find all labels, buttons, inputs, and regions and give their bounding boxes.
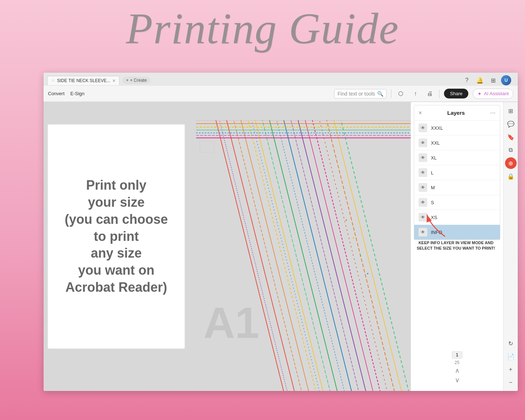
print-icon[interactable]: 🖨: [425, 89, 435, 99]
svg-line-10: [289, 120, 361, 391]
layer-name-xxxl: XXXL: [431, 125, 496, 131]
svg-rect-32: [200, 141, 214, 152]
search-text: Find text or tools: [338, 91, 375, 97]
active-tab[interactable]: ☆ SIDE TIE NECK SLEEVE... ×: [47, 76, 120, 85]
toolbar-right: Find text or tools 🔍 ⬡ ↑ 🖨 Share ✦ AI As…: [334, 89, 513, 99]
layers-close-button[interactable]: ×: [419, 110, 422, 116]
page-down-button[interactable]: ∨: [455, 376, 460, 384]
layer-visibility-icon[interactable]: 👁: [419, 153, 427, 162]
upload-icon[interactable]: ↑: [410, 89, 420, 99]
svg-line-5: [253, 120, 325, 391]
layers-more-button[interactable]: ···: [490, 109, 496, 117]
page-up-button[interactable]: ∧: [455, 367, 460, 375]
plus-icon: +: [126, 78, 129, 83]
page-number[interactable]: 1: [452, 351, 463, 359]
create-label: + Create: [130, 78, 147, 83]
layer-visibility-icon[interactable]: 👁: [419, 183, 427, 192]
instruction-text-box: Print only your size (you can choose to …: [47, 124, 185, 349]
svg-line-9: [282, 120, 354, 391]
new-tab-button[interactable]: + + Create: [122, 77, 150, 84]
instruction-line4: to print: [94, 229, 139, 244]
sidebar-lock-icon[interactable]: 🔒: [505, 170, 517, 182]
sidebar-layers-icon[interactable]: ⊕: [505, 157, 517, 169]
svg-point-28: [353, 237, 354, 239]
search-bar[interactable]: Find text or tools 🔍: [334, 89, 387, 98]
page-total: 25: [455, 360, 459, 365]
instruction-line3: (you can choose: [65, 212, 168, 227]
svg-line-16: [332, 120, 404, 391]
layer-item-l[interactable]: 👁 L: [414, 165, 500, 180]
ai-assistant-button[interactable]: ✦ AI Assistant: [473, 89, 513, 99]
layers-header: × Layers ···: [414, 105, 500, 121]
sidebar-zoom-out-icon[interactable]: −: [505, 377, 517, 388]
svg-point-30: [367, 273, 368, 274]
svg-line-7: [268, 120, 339, 391]
tab-favicon: ☆: [51, 78, 55, 83]
sidebar-file-icon[interactable]: 📄: [505, 351, 517, 362]
convert-menu[interactable]: Convert: [48, 91, 65, 96]
ai-label: AI Assistant: [484, 91, 509, 96]
layer-visibility-icon[interactable]: 👁: [419, 198, 427, 207]
annotation-text: KEEP INFO LAYER IN VIEW MODE AND SELECT …: [416, 240, 496, 251]
user-avatar[interactable]: U: [501, 75, 511, 85]
right-panel: × Layers ··· 👁 XXXL 👁 XXL 👁 XL 👁: [411, 102, 503, 391]
svg-line-17: [339, 120, 411, 391]
svg-rect-31: [200, 141, 214, 152]
grid-icon[interactable]: ⊞: [488, 75, 498, 85]
tab-title: SIDE TIE NECK SLEEVE...: [57, 78, 110, 83]
svg-line-11: [296, 120, 368, 391]
help-icon[interactable]: ?: [462, 75, 472, 85]
svg-line-14: [318, 120, 389, 391]
share-button[interactable]: Share: [444, 89, 468, 98]
instruction-line2: your size: [88, 195, 145, 210]
sidebar-thumbnail-icon[interactable]: ⊞: [505, 105, 517, 117]
instruction-line7: Acrobat Reader): [65, 280, 167, 295]
pdf-viewer[interactable]: Print only your size (you can choose to …: [44, 102, 411, 391]
layer-name-m: M: [431, 185, 496, 190]
page-title: Printing Guide: [126, 4, 399, 54]
annotation-container: KEEP INFO LAYER IN VIEW MODE AND SELECT …: [416, 211, 496, 251]
annotation-arrow: [423, 211, 452, 240]
bell-icon[interactable]: 🔔: [475, 75, 485, 85]
instruction-line5: any size: [91, 246, 142, 261]
sidebar-zoom-in-icon[interactable]: +: [505, 364, 517, 375]
layer-name-s: S: [431, 200, 496, 205]
pattern-svg: [196, 120, 411, 391]
layer-item-xxl[interactable]: 👁 XXL: [414, 136, 500, 150]
sidebar-comment-icon[interactable]: 💬: [505, 118, 517, 130]
svg-line-18: [218, 120, 289, 391]
layer-visibility-icon[interactable]: 👁: [419, 138, 427, 147]
esign-menu[interactable]: E-Sign: [70, 91, 85, 96]
layer-item-xl[interactable]: 👁 XL: [414, 150, 500, 165]
tab-close-button[interactable]: ×: [113, 78, 116, 84]
layers-title: Layers: [447, 110, 465, 116]
tab-bar: ☆ SIDE TIE NECK SLEEVE... × + + Create ?…: [44, 73, 518, 86]
page-watermark: A1: [203, 298, 259, 348]
sidebar-refresh-icon[interactable]: ↻: [505, 338, 517, 349]
toolbar: Convert E-Sign Find text or tools 🔍 ⬡ ↑ …: [44, 86, 518, 102]
svg-point-29: [360, 255, 361, 257]
document-icon[interactable]: ⬡: [396, 89, 406, 99]
svg-line-4: [246, 120, 318, 391]
main-content: Print only your size (you can choose to …: [44, 102, 518, 391]
svg-line-8: [275, 120, 346, 391]
layer-visibility-icon[interactable]: 👁: [419, 168, 427, 177]
layer-name-xxl: XXL: [431, 140, 496, 146]
layer-item-m[interactable]: 👁 M: [414, 180, 500, 195]
instruction-line1: Print only: [86, 178, 146, 193]
right-sidebar: ⊞ 💬 🔖 ⧉ ⊕ 🔒 ↻ 📄 + −: [503, 102, 518, 391]
svg-line-1: [225, 120, 296, 391]
instruction-text: Print only your size (you can choose to …: [65, 177, 168, 296]
toolbar-left: Convert E-Sign: [48, 91, 85, 96]
layer-name-xl: XL: [431, 155, 496, 161]
toolbar-divider: [391, 89, 391, 98]
search-icon: 🔍: [377, 91, 383, 97]
svg-line-13: [311, 120, 382, 391]
sidebar-bookmark-icon[interactable]: 🔖: [505, 131, 517, 143]
layer-item-s[interactable]: 👁 S: [414, 195, 500, 210]
sidebar-copy-icon[interactable]: ⧉: [505, 144, 517, 156]
browser-window: ☆ SIDE TIE NECK SLEEVE... × + + Create ?…: [44, 73, 518, 391]
layer-item-xxxl[interactable]: 👁 XXXL: [414, 121, 500, 136]
ai-icon: ✦: [477, 91, 482, 97]
layer-visibility-icon[interactable]: 👁: [419, 124, 427, 132]
